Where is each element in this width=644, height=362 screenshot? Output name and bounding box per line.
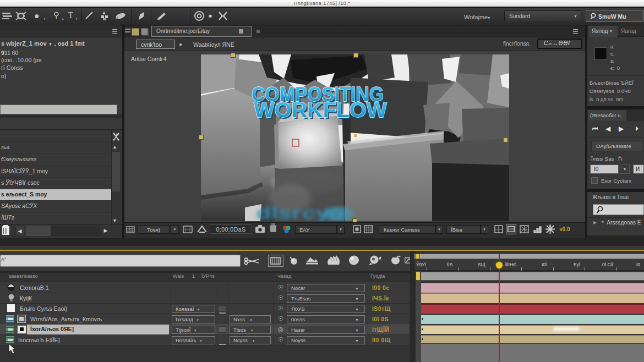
svg-text:WORKFLOW: WORKFLOW: [254, 98, 387, 122]
